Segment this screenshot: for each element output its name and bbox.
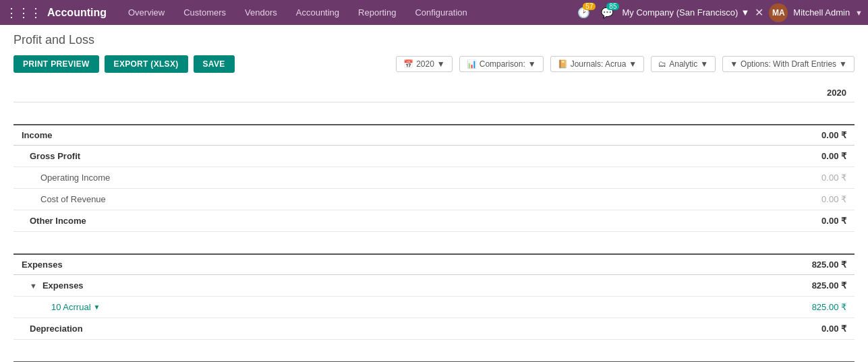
cost-of-revenue-row[interactable]: Cost of Revenue 0.00 ₹	[13, 189, 855, 210]
spacer-row-2	[13, 232, 855, 253]
book-icon: 📔	[558, 59, 568, 69]
app-title: Accounting	[47, 7, 107, 19]
user-chevron-icon: ▼	[855, 9, 863, 17]
menu-item-overview[interactable]: Overview	[120, 0, 173, 25]
income-section-header[interactable]: Income 0.00 ₹	[13, 124, 855, 146]
comparison-label: Comparison:	[480, 59, 525, 69]
gross-profit-row[interactable]: Gross Profit 0.00 ₹	[13, 146, 855, 167]
save-button[interactable]: SAVE	[194, 55, 235, 73]
user-avatar: MA	[769, 3, 788, 22]
grid-icon[interactable]: ⋮⋮⋮	[5, 5, 42, 20]
operating-income-row[interactable]: Operating Income 0.00 ₹	[13, 167, 855, 189]
acrrual-chevron-icon[interactable]: ▼	[94, 303, 100, 311]
options-chevron-icon: ▼	[839, 59, 847, 69]
menu-item-vendors[interactable]: Vendors	[237, 0, 285, 25]
activity-count: 57	[583, 3, 596, 10]
income-value: 0.00 ₹	[765, 130, 846, 140]
journals-filter[interactable]: 📔 Journals: Acrua ▼	[550, 56, 645, 72]
cost-of-revenue-value: 0.00 ₹	[765, 194, 846, 204]
other-income-row[interactable]: Other Income 0.00 ₹	[13, 210, 855, 232]
message-count: 85	[606, 3, 619, 10]
menu-item-configuration[interactable]: Configuration	[407, 0, 475, 25]
gross-profit-value: 0.00 ₹	[765, 151, 846, 161]
company-selector[interactable]: My Company (San Francisco) ▼	[622, 7, 749, 18]
year-chevron-icon: ▼	[437, 59, 445, 69]
expenses-sub-row[interactable]: ▼ Expenses 825.00 ₹	[13, 275, 855, 297]
acrrual-label: 10 Acrrual ▼	[51, 302, 765, 312]
comparison-chevron-icon: ▼	[528, 59, 536, 69]
page-content: Profit and Loss PRINT PREVIEW EXPORT (XL…	[0, 25, 868, 362]
filter-icon: ▼	[730, 59, 738, 69]
year-filter[interactable]: 📅 2020 ▼	[396, 56, 453, 72]
acrrual-link[interactable]: 10 Acrrual	[51, 302, 91, 312]
expenses-collapse-button[interactable]: ▼	[30, 282, 37, 290]
depreciation-value: 0.00 ₹	[765, 324, 846, 334]
chart-icon: 📊	[467, 59, 477, 69]
journals-label: Journals: Acrua	[571, 59, 627, 69]
report-toolbar: PRINT PREVIEW EXPORT (XLSX) SAVE 📅 2020 …	[13, 55, 855, 73]
spacer-row-1	[13, 102, 855, 124]
analytic-label: Analytic	[669, 59, 697, 69]
main-menu: Overview Customers Vendors Accounting Re…	[120, 0, 575, 25]
print-preview-button[interactable]: PRINT PREVIEW	[13, 55, 99, 73]
user-menu[interactable]: Mitchell Admin	[793, 7, 850, 18]
report-table: 2020 Income 0.00 ₹ Gross Profit 0.00 ₹ O…	[13, 84, 855, 362]
filter-bar: 📅 2020 ▼ 📊 Comparison: ▼ 📔 Journals: Acr…	[396, 56, 855, 72]
topbar-right: 🕑 57 💬 85 My Company (San Francisco) ▼ ✕…	[575, 3, 863, 22]
menu-item-accounting[interactable]: Accounting	[288, 0, 347, 25]
options-filter[interactable]: ▼ Options: With Draft Entries ▼	[722, 56, 855, 72]
depreciation-label: Depreciation	[30, 324, 765, 334]
expenses-sub-value: 825.00 ₹	[765, 280, 846, 291]
menu-item-reporting[interactable]: Reporting	[350, 0, 404, 25]
year-column-header: 2020	[827, 88, 846, 98]
analytic-chevron-icon: ▼	[700, 59, 708, 69]
cost-of-revenue-label: Cost of Revenue	[40, 194, 765, 204]
year-filter-label: 2020	[416, 59, 434, 69]
comparison-filter[interactable]: 📊 Comparison: ▼	[459, 56, 544, 72]
other-income-value: 0.00 ₹	[765, 216, 846, 226]
acrrual-value: 825.00 ₹	[765, 302, 846, 312]
expenses-section-value: 825.00 ₹	[765, 260, 846, 270]
export-xlsx-button[interactable]: EXPORT (XLSX)	[105, 55, 188, 73]
expenses-sub-label: ▼ Expenses	[30, 280, 765, 291]
spacer-row-3	[13, 340, 855, 361]
acrrual-row[interactable]: 10 Acrrual ▼ 825.00 ₹	[13, 297, 855, 318]
operating-income-label: Operating Income	[40, 173, 765, 183]
page-title: Profit and Loss	[13, 33, 855, 47]
options-label: Options: With Draft Entries	[741, 59, 836, 69]
close-button[interactable]: ✕	[755, 6, 763, 19]
journals-chevron-icon: ▼	[629, 59, 637, 69]
depreciation-row[interactable]: Depreciation 0.00 ₹	[13, 318, 855, 340]
calendar-icon: 📅	[403, 59, 413, 69]
top-navigation: ⋮⋮⋮ Accounting Overview Customers Vendor…	[0, 0, 868, 25]
analytic-filter[interactable]: 🗂 Analytic ▼	[651, 56, 716, 72]
company-chevron-icon: ▼	[741, 7, 749, 18]
gross-profit-label: Gross Profit	[30, 151, 765, 161]
expenses-section-label: Expenses	[22, 260, 765, 270]
report-column-header: 2020	[13, 84, 855, 102]
other-income-label: Other Income	[30, 216, 765, 226]
activity-button[interactable]: 🕑 57	[575, 4, 593, 22]
operating-income-value: 0.00 ₹	[765, 173, 846, 183]
menu-item-customers[interactable]: Customers	[175, 0, 234, 25]
income-label: Income	[22, 130, 765, 140]
analytic-icon: 🗂	[658, 59, 666, 69]
company-name: My Company (San Francisco)	[622, 7, 738, 18]
expenses-section-header[interactable]: Expenses 825.00 ₹	[13, 253, 855, 275]
messages-button[interactable]: 💬 85	[598, 4, 616, 22]
